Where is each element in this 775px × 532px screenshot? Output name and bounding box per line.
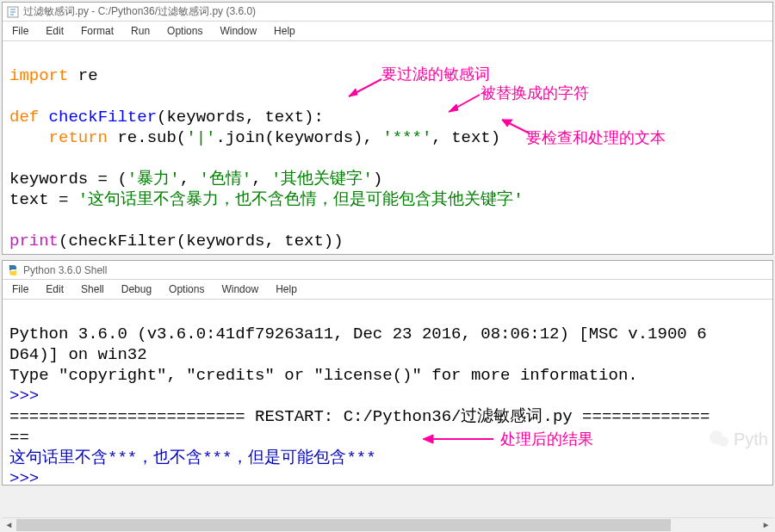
code-editor[interactable]: import re def checkFilter(keywords, text…	[3, 40, 772, 254]
editor-titlebar: 过滤敏感词.py - C:/Python36/过滤敏感词.py (3.6.0)	[3, 3, 772, 22]
str-text: '这句话里不含暴力，也不含色情，但是可能包含其他关键字'	[78, 190, 524, 209]
str-k1: '暴力'	[127, 170, 180, 189]
shell-prompt: >>>	[9, 387, 49, 405]
scroll-thumb[interactable]	[16, 519, 671, 531]
fn-sig: (keywords, text):	[157, 108, 324, 127]
menu-edit[interactable]: Edit	[38, 23, 71, 39]
mod-re: re	[68, 66, 97, 85]
shell-output[interactable]: Python 3.6.0 (v3.6.0:41df79263a11, Dec 2…	[3, 299, 772, 485]
str-star: '***'	[382, 128, 431, 147]
menu-window[interactable]: Window	[212, 23, 264, 39]
shell-menu-help[interactable]: Help	[268, 281, 305, 297]
menu-format[interactable]: Format	[73, 23, 121, 39]
shell-menu-shell[interactable]: Shell	[73, 281, 112, 297]
arrow-keywords-icon	[344, 77, 387, 103]
svg-point-10	[718, 436, 728, 447]
shell-prompt-2: >>>	[9, 469, 49, 485]
shell-menu-window[interactable]: Window	[214, 281, 266, 297]
arrow-result-icon	[421, 430, 497, 448]
shell-menu-debug[interactable]: Debug	[114, 281, 159, 297]
annotation-keywords: 要过滤的敏感词	[381, 64, 490, 84]
shell-restart-tail: ==	[9, 428, 29, 447]
shell-menu-file[interactable]: File	[4, 281, 36, 297]
menu-options[interactable]: Options	[159, 23, 210, 39]
editor-title: 过滤敏感词.py - C:/Python36/过滤敏感词.py (3.6.0)	[23, 4, 256, 19]
python-file-icon	[6, 5, 20, 19]
svg-marker-4	[449, 104, 458, 112]
svg-marker-2	[349, 89, 357, 96]
svg-marker-8	[423, 435, 433, 443]
menu-run[interactable]: Run	[123, 23, 158, 39]
watermark-text: Pyth	[734, 429, 768, 449]
shell-result: 这句话里不含***，也不含***，但是可能包含***	[9, 448, 376, 467]
call-tail: , text)	[431, 128, 500, 147]
kw-import: import	[9, 66, 68, 85]
shell-menubar: File Edit Shell Debug Options Window Hel…	[3, 280, 772, 299]
scroll-right-icon[interactable]: ►	[759, 518, 773, 532]
python-shell-icon	[6, 263, 20, 277]
fn-name: checkFilter	[39, 108, 157, 127]
annotation-result: 处理后的结果	[500, 429, 593, 449]
text-var: text =	[9, 190, 78, 209]
horizontal-scrollbar[interactable]: ◄ ►	[2, 517, 773, 532]
shell-banner-3: Type "copyright", "credits" or "license(…	[9, 366, 638, 385]
editor-menubar: File Edit Format Run Options Window Help	[3, 22, 772, 40]
str-k2: '色情'	[199, 170, 251, 189]
editor-window: 过滤敏感词.py - C:/Python36/过滤敏感词.py (3.6.0) …	[2, 2, 773, 255]
shell-menu-edit[interactable]: Edit	[38, 281, 71, 297]
shell-banner-2: D64)] on win32	[9, 345, 147, 364]
shell-menu-options[interactable]: Options	[161, 281, 212, 297]
fn-print: print	[9, 232, 59, 251]
shell-window: Python 3.6.0 Shell File Edit Shell Debug…	[2, 260, 773, 486]
shell-banner-1: Python 3.6.0 (v3.6.0:41df79263a11, Dec 2…	[9, 325, 707, 343]
arrow-text-icon	[497, 116, 538, 139]
wechat-icon	[708, 428, 730, 450]
kw-return: return	[9, 128, 108, 147]
print-args: (checkFilter(keywords, text))	[59, 232, 344, 251]
scroll-left-icon[interactable]: ◄	[2, 518, 16, 532]
call-sub: re.sub(	[108, 128, 186, 147]
str-pipe: '|'	[186, 128, 215, 147]
menu-file[interactable]: File	[4, 23, 36, 39]
arrow-replace-icon	[443, 91, 485, 117]
kw-var: keywords = (	[9, 170, 127, 189]
menu-help[interactable]: Help	[266, 23, 303, 39]
annotation-replace: 被替换成的字符	[480, 83, 589, 103]
shell-restart: ======================== RESTART: C:/Pyt…	[9, 407, 710, 426]
kw-def: def	[9, 108, 39, 127]
str-k3: '其他关键字'	[271, 170, 373, 189]
call-join: .join(keywords),	[215, 128, 382, 147]
shell-title: Python 3.6.0 Shell	[23, 264, 107, 276]
shell-titlebar: Python 3.6.0 Shell	[3, 261, 772, 280]
watermark: Pyth	[708, 428, 768, 450]
annotation-text: 要检查和处理的文本	[526, 127, 666, 148]
